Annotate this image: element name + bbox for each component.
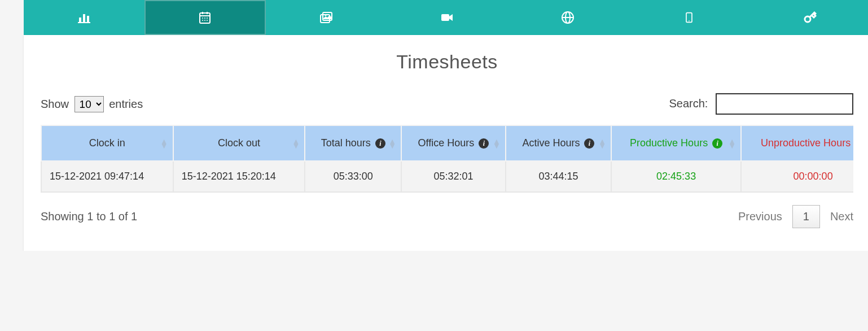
timesheet-table: Clock in ▲▼ Clock out ▲▼ Total hours i ▲… xyxy=(41,125,853,193)
col-clock-out[interactable]: Clock out ▲▼ xyxy=(173,125,305,161)
search-control: Search: xyxy=(669,93,854,115)
tab-nav xyxy=(24,0,868,35)
mobile-icon xyxy=(682,10,696,25)
pagination: Previous 1 Next xyxy=(738,205,853,228)
sort-icon: ▲▼ xyxy=(493,139,501,148)
timesheets-panel: Timesheets Show 10 entries Search: Clock xyxy=(24,35,868,251)
sort-icon: ▲▼ xyxy=(160,139,168,148)
show-entries: Show 10 entries xyxy=(41,96,143,112)
key-icon xyxy=(803,10,817,25)
col-office-hours[interactable]: Office Hours i ▲▼ xyxy=(401,125,506,161)
tab-web[interactable] xyxy=(507,0,628,35)
svg-point-11 xyxy=(202,20,203,21)
svg-point-22 xyxy=(689,20,690,21)
tab-video[interactable] xyxy=(387,0,507,35)
table-scroll[interactable]: Clock in ▲▼ Clock out ▲▼ Total hours i ▲… xyxy=(41,125,853,193)
svg-point-10 xyxy=(207,18,208,19)
tab-dashboard[interactable] xyxy=(24,0,144,35)
cell-unproductive: 00:00:00 xyxy=(741,161,853,192)
images-icon xyxy=(319,10,334,25)
table-footer: Showing 1 to 1 of 1 Previous 1 Next xyxy=(41,205,853,228)
svg-rect-17 xyxy=(441,14,449,21)
info-icon: i xyxy=(375,138,385,149)
svg-rect-0 xyxy=(79,18,81,22)
table-row: 15-12-2021 09:47:14 15-12-2021 15:20:14 … xyxy=(41,161,853,192)
cell-active: 03:44:15 xyxy=(506,161,611,192)
svg-point-12 xyxy=(204,20,205,21)
video-icon xyxy=(440,10,454,25)
showing-info: Showing 1 to 1 of 1 xyxy=(41,210,137,223)
next-button[interactable]: Next xyxy=(830,210,853,223)
tab-key[interactable] xyxy=(749,0,868,35)
entries-select[interactable]: 10 xyxy=(74,96,104,112)
col-clock-in[interactable]: Clock in ▲▼ xyxy=(41,125,173,161)
col-productive-hours[interactable]: Productive Hours i ▲▼ xyxy=(611,125,741,161)
show-prefix: Show xyxy=(41,98,69,110)
svg-point-13 xyxy=(207,20,208,21)
info-icon: i xyxy=(479,138,489,149)
tab-mobile[interactable] xyxy=(628,0,749,35)
previous-button[interactable]: Previous xyxy=(738,210,782,223)
search-input[interactable] xyxy=(716,93,853,115)
info-icon: i xyxy=(584,138,594,149)
svg-point-23 xyxy=(805,16,810,22)
svg-point-9 xyxy=(204,18,205,19)
page-title: Timesheets xyxy=(41,51,853,73)
cell-productive: 02:45:33 xyxy=(611,161,741,192)
sort-icon: ▲▼ xyxy=(388,139,396,148)
search-label: Search: xyxy=(669,97,708,110)
calendar-icon xyxy=(198,10,212,25)
cell-clock-in: 15-12-2021 09:47:14 xyxy=(41,161,173,192)
svg-point-8 xyxy=(202,18,203,19)
sort-icon: ▲▼ xyxy=(292,139,300,148)
cell-clock-out: 15-12-2021 15:20:14 xyxy=(173,161,305,192)
svg-rect-3 xyxy=(78,22,90,23)
sort-icon: ▲▼ xyxy=(728,139,736,148)
svg-rect-1 xyxy=(83,14,85,22)
cell-total: 05:33:00 xyxy=(305,161,401,192)
info-icon: i xyxy=(712,138,722,149)
table-controls: Show 10 entries Search: xyxy=(41,93,853,115)
tab-screenshots[interactable] xyxy=(266,0,387,35)
col-active-hours[interactable]: Active Hours i ▲▼ xyxy=(506,125,611,161)
page-number[interactable]: 1 xyxy=(792,205,820,228)
col-total-hours[interactable]: Total hours i ▲▼ xyxy=(305,125,401,161)
cell-office: 05:32:01 xyxy=(401,161,506,192)
show-suffix: entries xyxy=(109,98,143,110)
col-unproductive-hours[interactable]: Unproductive Hours i ▲▼ xyxy=(741,125,853,161)
svg-rect-2 xyxy=(87,16,89,22)
tab-timesheets[interactable] xyxy=(144,0,265,35)
sort-icon: ▲▼ xyxy=(598,139,606,148)
globe-icon xyxy=(560,10,575,25)
bar-chart-icon xyxy=(77,10,91,25)
